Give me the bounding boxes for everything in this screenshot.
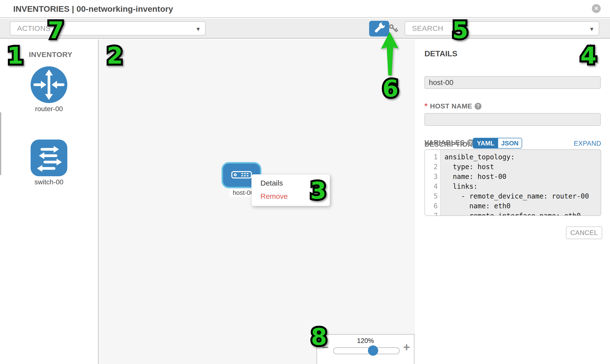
line-number: 1 — [425, 152, 440, 162]
svg-text:4: 4 — [580, 42, 597, 69]
sidebar-scrollbar[interactable] — [0, 112, 1, 175]
toolbar: ACTIONS ▾ — [0, 19, 610, 39]
svg-text:3: 3 — [310, 177, 326, 204]
inventory-sidebar: INVENTORY router-00 — [0, 39, 99, 364]
variables-format-toggle: YAML JSON — [473, 138, 522, 149]
line-number: 4 — [425, 182, 440, 191]
details-panel-title: DETAILS — [425, 49, 457, 58]
variables-header-row: VARIABLES ? YAML JSON EXPAND — [425, 138, 601, 149]
sidebar-title: INVENTORY — [29, 51, 72, 59]
required-marker: * — [425, 102, 427, 111]
editor-gutter: 1 2 3 4 5 6 7 — [425, 150, 441, 215]
expand-link[interactable]: EXPAND — [574, 140, 601, 147]
sidebar-item-router[interactable]: router-00 — [29, 66, 68, 113]
svg-text:8: 8 — [311, 323, 327, 350]
annotation-4: 4 — [574, 37, 603, 71]
app-window: INVENTORIES | 00-networking-inventory ✕ … — [0, 0, 610, 364]
line-number: 5 — [425, 191, 440, 201]
switch-icon — [31, 140, 67, 176]
router-icon — [31, 66, 67, 103]
page-title: INVENTORIES | 00-networking-inventory — [13, 4, 173, 14]
chevron-down-icon: ▾ — [196, 25, 200, 33]
help-icon[interactable]: ? — [475, 103, 481, 110]
topology-canvas[interactable]: host-00 Details Remove 120% − + — [99, 39, 415, 364]
line-number: 7 — [425, 211, 440, 216]
variables-editor[interactable]: 1 2 3 4 5 6 7 ansible_topology: type: ho… — [425, 149, 601, 216]
annotation-8: 8 — [304, 318, 334, 353]
sidebar-item-label: switch-00 — [29, 178, 68, 186]
line-number: 6 — [425, 201, 440, 211]
annotation-2: 2 — [100, 37, 130, 71]
cancel-button[interactable]: CANCEL — [566, 226, 602, 239]
editor-code-area[interactable]: ansible_topology: type: host name: host-… — [441, 150, 601, 215]
host-name-label-row: * HOST NAME ? — [425, 102, 481, 111]
svg-text:7: 7 — [48, 17, 64, 44]
chevron-down-icon: ▾ — [590, 25, 593, 33]
host-name-label: HOST NAME — [430, 102, 472, 110]
code-line: type: host — [444, 162, 601, 172]
variables-label: VARIABLES — [425, 139, 465, 147]
zoom-in-button[interactable]: + — [403, 341, 410, 353]
code-line: name: eth0 — [444, 201, 601, 211]
annotation-1: 1 — [0, 37, 30, 71]
search-dropdown[interactable]: SEARCH ▾ — [405, 21, 599, 36]
zoom-slider[interactable] — [333, 347, 400, 354]
line-number: 2 — [425, 162, 440, 172]
toggle-json[interactable]: JSON — [498, 138, 522, 148]
annotation-3: 3 — [304, 172, 333, 207]
code-line: links: — [444, 182, 601, 191]
sidebar-item-label: router-00 — [29, 105, 68, 113]
svg-text:6: 6 — [382, 75, 399, 102]
close-icon[interactable]: ✕ — [592, 4, 601, 13]
actions-dropdown[interactable]: ACTIONS ▾ — [10, 21, 206, 36]
annotation-6: 6 — [376, 70, 405, 104]
sidebar-item-switch[interactable]: switch-00 — [29, 140, 68, 186]
host-icon — [231, 171, 252, 180]
code-line: ansible_topology: — [444, 152, 601, 162]
details-panel: DETAILS * HOST NAME ? DESCRIPTION VARIAB… — [416, 39, 610, 364]
annotation-7: 7 — [41, 12, 70, 46]
svg-text:2: 2 — [107, 42, 123, 69]
header-bar: INVENTORIES | 00-networking-inventory ✕ — [0, 0, 610, 18]
code-line: - remote_device_name: router-00 — [444, 191, 601, 201]
annotation-5: 5 — [445, 12, 475, 46]
code-line: name: host-00 — [444, 172, 601, 182]
svg-text:5: 5 — [452, 17, 468, 44]
search-dropdown-label: SEARCH — [412, 24, 443, 33]
host-name-field[interactable] — [425, 76, 601, 89]
code-line: remote_interface_name: eth0 — [444, 211, 601, 216]
toggle-yaml[interactable]: YAML — [473, 138, 498, 148]
description-field[interactable] — [425, 113, 601, 126]
svg-text:1: 1 — [7, 42, 23, 69]
zoom-slider-thumb[interactable] — [368, 345, 378, 356]
line-number: 3 — [425, 172, 440, 182]
